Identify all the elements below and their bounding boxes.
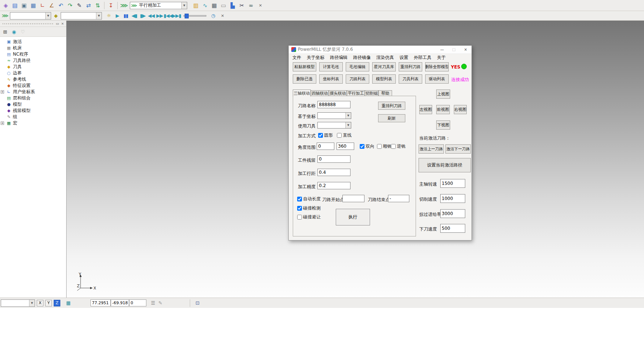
- method-circle-checkbox[interactable]: 圆形: [318, 132, 333, 138]
- dialog-title-bar[interactable]: PowerMILL 忆梦星河 7.0.6 — □ ×: [289, 46, 472, 54]
- cutting-feed-input[interactable]: [440, 194, 465, 203]
- tree-item-tools[interactable]: ◆刀具: [0, 64, 66, 70]
- menu-about-coords[interactable]: 关于坐标: [306, 54, 325, 61]
- strategy-dropdown[interactable]: ⋙ 平行精加工 ▼: [130, 2, 187, 9]
- statusbar-dropdown[interactable]: ▼: [1, 299, 35, 307]
- light-icon[interactable]: ☼: [105, 12, 113, 20]
- tree-item-levels-sets[interactable]: ▤层和组合: [0, 95, 66, 101]
- model-list-button[interactable]: 模型列表: [372, 74, 396, 84]
- fast-forward-icon[interactable]: ▶▶: [156, 12, 163, 20]
- right-view-button[interactable]: 右视图: [454, 105, 467, 114]
- simulation-speed-slider[interactable]: [184, 15, 206, 17]
- block-icon[interactable]: ▦: [29, 1, 38, 10]
- step-back-icon[interactable]: ◀▮: [131, 12, 138, 20]
- tab-help[interactable]: 帮助: [378, 90, 392, 96]
- clock-icon[interactable]: ◷: [210, 12, 217, 20]
- z-axis-button[interactable]: Z: [54, 300, 60, 306]
- menu-path-edit[interactable]: 路径编辑: [329, 54, 348, 61]
- tree-item-models[interactable]: ●模型: [0, 101, 66, 108]
- print-icon[interactable]: ▣: [20, 1, 28, 10]
- coordinate-z-input[interactable]: [129, 299, 146, 306]
- calculator-icon[interactable]: ▦: [210, 1, 218, 10]
- end-point-input[interactable]: [388, 195, 409, 202]
- menu-settings[interactable]: 设置: [399, 54, 409, 61]
- strategies-icon[interactable]: ⋙: [120, 1, 128, 10]
- conventional-mill-checkbox[interactable]: 逆铣: [391, 143, 406, 150]
- delete-all-models-button[interactable]: 删除全部模型: [425, 62, 449, 71]
- panel-grip[interactable]: ▭ ×: [0, 21, 66, 27]
- expand-icon[interactable]: +: [1, 90, 4, 94]
- tool-icon[interactable]: ◆: [52, 12, 60, 20]
- gauge-icon[interactable]: ▭: [219, 1, 228, 10]
- tree-item-toolpaths[interactable]: ≈刀具路径: [0, 57, 66, 64]
- menu-external-tools[interactable]: 外部工具: [413, 54, 432, 61]
- toolpath-list-button[interactable]: 刀路列表: [346, 74, 369, 84]
- climb-mill-checkbox[interactable]: 顺铣: [377, 143, 392, 150]
- grid-icon[interactable]: ▦: [65, 299, 72, 307]
- bottom-view-button[interactable]: 下视图: [436, 120, 450, 130]
- drive-list-button[interactable]: 驱动列表: [425, 74, 449, 84]
- menu-file[interactable]: 文件: [292, 54, 302, 61]
- pin-icon[interactable]: ▭: [55, 21, 60, 26]
- tree-item-nc-programs[interactable]: ▤NC程序: [0, 51, 66, 57]
- refresh-button[interactable]: 刷新: [378, 114, 405, 122]
- chevron-down-icon[interactable]: ▼: [345, 113, 351, 119]
- close-button[interactable]: ×: [460, 46, 472, 54]
- coord-list-button[interactable]: 坐标列表: [319, 74, 343, 84]
- step-forward-icon[interactable]: ▮▶: [139, 12, 146, 20]
- close-icon[interactable]: ×: [60, 21, 65, 26]
- tab-4axis[interactable]: 四轴联动: [311, 90, 329, 96]
- start-point-input[interactable]: [342, 195, 364, 202]
- pause-icon[interactable]: ▮▮: [122, 12, 129, 20]
- statistics-icon[interactable]: ▙: [228, 1, 237, 10]
- stock-edit-button[interactable]: 毛坯编辑: [346, 62, 369, 71]
- go-to-start-icon[interactable]: ▮◀◀: [164, 12, 172, 20]
- compute-stock-button[interactable]: 计算毛坯: [319, 62, 343, 71]
- favorite-icon[interactable]: ♡: [19, 28, 26, 35]
- front-view-button[interactable]: 前视图: [436, 105, 450, 114]
- go-to-end-icon[interactable]: ▶▶▮: [173, 12, 180, 20]
- measure-icon[interactable]: ∠: [47, 1, 56, 10]
- top-view-button[interactable]: 上视图: [436, 89, 450, 99]
- coordinate-x-input[interactable]: [90, 299, 111, 306]
- menu-path-mirror[interactable]: 路径镜像: [352, 54, 371, 61]
- expand-icon[interactable]: +: [1, 122, 4, 125]
- menu-about[interactable]: 关于: [436, 54, 446, 61]
- method-line-checkbox[interactable]: 直线: [337, 132, 352, 138]
- hierarchy-icon[interactable]: ⊞: [1, 28, 9, 35]
- move-icon[interactable]: ⇄: [84, 1, 93, 10]
- use-tool-dropdown[interactable]: ▼: [317, 122, 351, 129]
- skim-feed-input[interactable]: [440, 209, 465, 218]
- tree-item-feature-sets[interactable]: ◆特征设置: [0, 83, 66, 89]
- chevron-down-icon[interactable]: ▼: [96, 13, 102, 19]
- tree-item-patterns[interactable]: ∿参考线: [0, 76, 66, 83]
- draw-icon[interactable]: ✎: [157, 299, 164, 307]
- tolerance-input[interactable]: [317, 182, 351, 189]
- toolbar-close-icon[interactable]: ×: [220, 13, 225, 19]
- angle-to-input[interactable]: [337, 143, 354, 150]
- menu-render-sim[interactable]: 渲染仿真: [376, 54, 395, 61]
- toolbox-icon[interactable]: ▥: [192, 1, 200, 10]
- plunge-feed-input[interactable]: [440, 224, 465, 233]
- minimize-button[interactable]: —: [436, 46, 448, 54]
- tab-saw[interactable]: 切割锯: [365, 90, 378, 96]
- toolpath-name-input[interactable]: [317, 101, 351, 108]
- base-coord-dropdown[interactable]: ▼: [317, 112, 351, 119]
- tree-item-workplanes[interactable]: +∟用户坐标系: [0, 89, 66, 95]
- tool-list-button[interactable]: 刀具列表: [399, 74, 422, 84]
- tab-parallel[interactable]: 平行加工: [347, 90, 365, 96]
- draw-icon[interactable]: ✎: [75, 1, 83, 10]
- search-icon[interactable]: ∞: [247, 1, 255, 10]
- rewind-icon[interactable]: ◀◀: [147, 12, 155, 20]
- tab-3axis[interactable]: 三轴联动: [293, 89, 311, 96]
- slider-handle[interactable]: [185, 14, 189, 18]
- delete-selected-button[interactable]: 删除已选: [293, 74, 316, 84]
- x-axis-button[interactable]: X: [37, 300, 43, 306]
- redo-icon[interactable]: ↷: [66, 1, 74, 10]
- chevron-down-icon[interactable]: ▼: [345, 122, 351, 128]
- activate-previous-button[interactable]: 激活上一刀路: [419, 144, 444, 154]
- panes-icon[interactable]: ⊡: [194, 299, 201, 307]
- tree-item-groups[interactable]: ✎组: [0, 114, 66, 120]
- tree-item-boundaries[interactable]: ○边界: [0, 70, 66, 76]
- toolpath-icon[interactable]: ⋙: [1, 12, 9, 20]
